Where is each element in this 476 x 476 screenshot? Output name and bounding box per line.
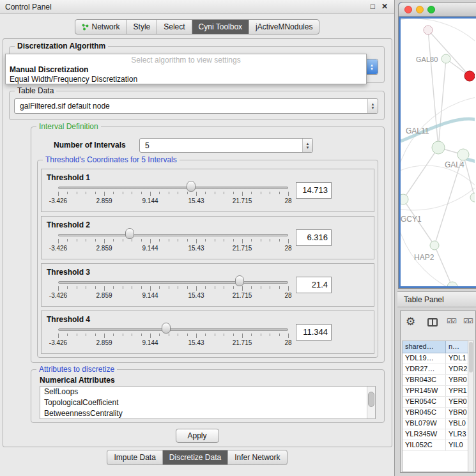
- threshold-value-field[interactable]: 21.4: [296, 277, 332, 293]
- table-cell[interactable]: YDL1: [446, 353, 468, 364]
- close-traffic-light-icon[interactable]: [404, 6, 412, 13]
- network-node[interactable]: [464, 71, 475, 81]
- table-cell[interactable]: YBL079W: [403, 418, 446, 429]
- table-row[interactable]: YBR045CYBR0: [403, 408, 468, 418]
- network-node[interactable]: [430, 241, 439, 250]
- network-window-titlebar[interactable]: [399, 3, 476, 17]
- tab-network[interactable]: Network: [75, 20, 127, 34]
- tab-jactivemnodules[interactable]: jActiveMNodules: [249, 20, 319, 34]
- tick-mark: [224, 192, 224, 194]
- apply-button[interactable]: Apply: [176, 429, 219, 443]
- table-cell[interactable]: YBR0: [446, 375, 468, 385]
- table-cell[interactable]: YPR145W: [403, 386, 446, 396]
- attribute-list-item[interactable]: BetweennessCentrality: [40, 408, 367, 419]
- table-cell[interactable]: YBR043C: [403, 375, 446, 385]
- dropdown-option-manual-discretization[interactable]: Manual Discretization: [6, 65, 366, 74]
- tick-mark: [132, 239, 132, 242]
- column-header-shared[interactable]: shared…: [403, 341, 446, 353]
- table-row[interactable]: YIL052CYIL0: [403, 440, 468, 451]
- tab-cyni-toolbox[interactable]: Cyni Toolbox: [192, 20, 249, 34]
- network-node[interactable]: [424, 26, 433, 35]
- threshold-value-field[interactable]: 11.344: [296, 324, 332, 341]
- table-cell[interactable]: YBR0: [446, 408, 468, 418]
- threshold-value-field[interactable]: 6.316: [296, 229, 332, 246]
- list-scrollbar[interactable]: [367, 387, 375, 418]
- table-scrollbar[interactable]: [468, 341, 474, 472]
- network-canvas[interactable]: GAL80GAL11GAL4GCY1HAP2: [401, 19, 476, 286]
- network-edge[interactable]: [434, 245, 452, 286]
- table-row[interactable]: YER054CYER0: [403, 397, 468, 408]
- network-node[interactable]: [432, 141, 445, 154]
- network-node[interactable]: [447, 282, 457, 286]
- network-graph[interactable]: GAL80GAL11GAL4GCY1HAP2: [401, 19, 475, 286]
- threshold-3-slider[interactable]: -3.4262.8599.14415.4321.71528: [58, 264, 288, 307]
- threshold-value-field[interactable]: 14.713: [296, 182, 332, 199]
- table-panel-titlebar[interactable]: Table Panel: [397, 291, 476, 307]
- attribute-list-item[interactable]: TopologicalCoefficient: [40, 397, 367, 408]
- table-cell[interactable]: YDL19…: [403, 353, 446, 364]
- gear-icon[interactable]: ⚙: [406, 315, 415, 328]
- threshold-1-slider[interactable]: -3.4262.8599.14415.4321.71528: [58, 169, 288, 213]
- table-cell[interactable]: YIL0: [446, 440, 468, 450]
- number-of-intervals-select[interactable]: 5 ▲ ▼: [139, 138, 313, 153]
- close-icon[interactable]: ✕: [381, 2, 388, 11]
- table-row[interactable]: YLR345WYLR3: [403, 429, 468, 440]
- network-node[interactable]: [470, 193, 475, 202]
- table-cell[interactable]: YLR345W: [403, 429, 446, 440]
- slider-track[interactable]: [58, 234, 288, 236]
- threshold-4-slider[interactable]: -3.4262.8599.14415.4321.71528: [58, 311, 288, 355]
- zoom-traffic-light-icon[interactable]: [427, 6, 435, 13]
- slider-track[interactable]: [58, 328, 288, 331]
- numerical-attributes-list[interactable]: SelfLoopsTopologicalCoefficientBetweenne…: [40, 386, 376, 419]
- table-cell[interactable]: YIL052C: [403, 440, 446, 450]
- network-node[interactable]: [401, 194, 408, 204]
- combo-stepper-icon[interactable]: ▲ ▼: [366, 59, 378, 74]
- deselect-checkbox-icon[interactable]: ☑☑: [463, 318, 472, 325]
- slider-track[interactable]: [58, 281, 288, 284]
- table-row[interactable]: YBL079WYBL0: [403, 418, 468, 429]
- tab-style[interactable]: Style: [127, 20, 158, 34]
- table-row[interactable]: YDR27…YDR2: [403, 364, 468, 375]
- table-cell[interactable]: YER0: [446, 397, 468, 407]
- tab-infer-network[interactable]: Infer Network: [228, 450, 286, 464]
- tab-impute-data[interactable]: Impute Data: [107, 450, 162, 464]
- table-cell[interactable]: YDR27…: [403, 364, 446, 374]
- tab-select[interactable]: Select: [157, 20, 192, 34]
- table-cell[interactable]: YBR045C: [403, 408, 446, 418]
- bottom-tab-bar: Impute Data Discretize Data Infer Networ…: [107, 450, 287, 465]
- slider-thumb[interactable]: [187, 181, 196, 192]
- minimize-traffic-light-icon[interactable]: [416, 6, 424, 13]
- column-header-name[interactable]: n…: [446, 341, 468, 353]
- scrollbar-thumb[interactable]: [368, 392, 374, 407]
- table-row[interactable]: YBR043CYBR0: [403, 375, 468, 386]
- tick-mark: [224, 239, 224, 242]
- dropdown-option-equal-width-frequency[interactable]: Equal Width/Frequency Discretization: [6, 75, 366, 84]
- combo-stepper-icon[interactable]: ▲ ▼: [302, 139, 312, 152]
- table-cell[interactable]: YLR3: [446, 429, 468, 440]
- slider-track[interactable]: [58, 187, 288, 189]
- network-edge[interactable]: [428, 30, 470, 76]
- table-row[interactable]: YDL19…YDL1: [403, 353, 468, 364]
- float-window-icon[interactable]: □: [371, 2, 375, 11]
- attribute-list-item[interactable]: SelfLoops: [40, 387, 367, 397]
- table-data-select[interactable]: galFiltered.sif default node ▲ ▼: [14, 98, 378, 114]
- network-edge[interactable]: [438, 59, 446, 148]
- threshold-2-slider[interactable]: -3.4262.8599.14415.4321.71528: [58, 217, 288, 260]
- slider-thumb[interactable]: [235, 275, 244, 286]
- network-node[interactable]: [457, 149, 469, 160]
- tab-discretize-data[interactable]: Discretize Data: [163, 450, 228, 464]
- table-cell[interactable]: YPR1: [446, 386, 468, 396]
- network-node[interactable]: [441, 54, 450, 63]
- select-all-checkbox-icon[interactable]: ☑☑: [447, 318, 456, 325]
- combo-stepper-icon[interactable]: ▲ ▼: [367, 99, 378, 113]
- network-edge[interactable]: [403, 148, 438, 199]
- scrollbar-thumb[interactable]: [469, 342, 473, 372]
- slider-thumb[interactable]: [162, 323, 171, 334]
- table-cell[interactable]: YDR2: [446, 364, 468, 374]
- table-cell[interactable]: YBL0: [446, 418, 468, 429]
- table-row[interactable]: YPR145WYPR1: [403, 386, 468, 397]
- control-panel-titlebar[interactable]: Control Panel □ ✕: [0, 0, 394, 14]
- table-cell[interactable]: YER054C: [403, 397, 446, 407]
- column-selector-icon[interactable]: [427, 318, 438, 326]
- slider-thumb[interactable]: [125, 228, 134, 239]
